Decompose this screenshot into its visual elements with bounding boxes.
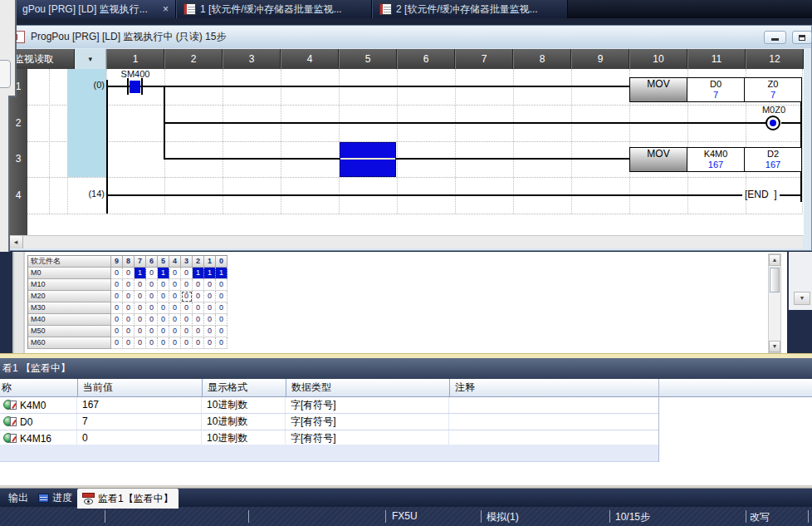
edit-cursor[interactable] [340, 142, 396, 177]
bit-cell[interactable]: 0 [216, 314, 227, 326]
watch-display-format[interactable]: 10进制数 [202, 397, 286, 413]
device-monitor-scrollbar[interactable]: ▲ ▼ [768, 253, 781, 353]
bit-cell[interactable]: 0 [158, 279, 169, 291]
tab-output[interactable]: 输出 [3, 489, 33, 507]
bit-cell[interactable]: 0 [216, 279, 227, 291]
restore-button[interactable] [792, 31, 812, 44]
bit-cell[interactable]: 0 [181, 291, 193, 302]
bit-cell[interactable]: 0 [158, 291, 169, 302]
bit-cell[interactable]: 0 [146, 291, 158, 302]
watch-current-value[interactable]: 7 [77, 414, 202, 430]
bit-cell[interactable]: 0 [111, 268, 123, 279]
bit-cell[interactable]: 0 [146, 302, 158, 314]
end-instruction[interactable]: [END ] [742, 189, 780, 200]
bit-cell[interactable]: 0 [135, 326, 146, 337]
instruction-mov-1[interactable]: MOV D0 7 Z0 7 [629, 77, 802, 102]
bit-cell[interactable]: 0 [181, 279, 193, 291]
bit-cell[interactable]: 0 [193, 279, 204, 291]
bit-cell[interactable]: 0 [146, 314, 158, 326]
bit-cell[interactable]: 0 [204, 302, 216, 314]
bit-cell[interactable]: 0 [123, 314, 135, 326]
scroll-left-button[interactable]: ◂ [9, 236, 23, 248]
watch-current-value[interactable]: 167 [77, 397, 202, 413]
bit-cell[interactable]: 0 [146, 268, 158, 279]
bit-cell[interactable]: 0 [135, 302, 146, 314]
watch-data-type[interactable]: 字[有符号] [286, 414, 449, 430]
bit-cell[interactable]: 0 [169, 302, 181, 314]
watch-comment[interactable] [449, 414, 658, 430]
bit-cell[interactable]: 0 [204, 279, 216, 291]
bit-cell[interactable]: 0 [204, 291, 216, 302]
column-header-data-type[interactable]: 数据类型 [286, 379, 449, 396]
bit-cell[interactable]: 0 [123, 302, 135, 314]
bit-cell[interactable]: 0 [181, 302, 193, 314]
bit-cell[interactable]: 0 [169, 326, 181, 337]
tab-device-monitor-1[interactable]: 1 [软元件/缓冲存储器批量监视... [176, 0, 372, 18]
bit-cell[interactable]: 0 [216, 302, 227, 314]
bit-cell[interactable]: 0 [135, 279, 146, 291]
bit-cell[interactable]: 0 [111, 314, 123, 326]
bit-cell[interactable]: 0 [181, 337, 193, 349]
bit-cell[interactable]: 0 [123, 268, 135, 279]
bit-cell[interactable]: 0 [111, 337, 123, 349]
bit-cell[interactable]: 0 [169, 279, 181, 291]
bit-cell[interactable]: 0 [204, 326, 216, 337]
bit-cell[interactable]: 0 [158, 337, 169, 349]
bit-cell[interactable]: 0 [204, 337, 216, 349]
tab-ladder-progpou[interactable]: gPou [PRG] [LD] 监视执行... × [15, 0, 176, 18]
tab-watch1[interactable]: 监看1【监看中】 [77, 489, 179, 509]
bit-cell[interactable]: 0 [111, 279, 123, 291]
bit-cell[interactable]: 0 [216, 337, 227, 349]
bit-cell[interactable]: 0 [193, 337, 204, 349]
tab-device-monitor-2[interactable]: 2 [软元件/缓冲存储器批量监视... [372, 0, 568, 18]
column-header-display-format[interactable]: 显示格式 [202, 379, 286, 396]
watch-panel-title[interactable]: 看1 【监看中】 [0, 358, 812, 379]
ladder-canvas[interactable]: 1234 (0) (14) SM400 MOV D0 7 [8, 69, 804, 235]
contact-sm400[interactable] [127, 78, 129, 95]
bit-cell[interactable]: 0 [123, 337, 135, 349]
close-icon[interactable]: × [163, 3, 169, 15]
bit-cell[interactable]: 0 [158, 314, 169, 326]
bit-cell[interactable]: 1 [158, 268, 169, 279]
bit-cell[interactable]: 0 [193, 326, 204, 337]
bit-cell[interactable]: 0 [169, 314, 181, 326]
bit-cell[interactable]: 0 [216, 326, 227, 337]
scroll-up-button[interactable]: ▲ [769, 254, 780, 266]
bit-cell[interactable]: 0 [111, 302, 123, 314]
bit-cell[interactable]: 1 [193, 268, 204, 279]
bit-cell[interactable]: 0 [158, 302, 169, 314]
minimize-button[interactable] [764, 31, 786, 44]
device-monitor-table[interactable]: 软元件名9876543210M00010100111M100000000000M… [27, 255, 227, 349]
watch-comment[interactable] [449, 397, 658, 413]
bit-cell[interactable]: 0 [193, 302, 204, 314]
bit-cell[interactable]: 0 [146, 279, 158, 291]
scroll-down-button[interactable]: ▼ [769, 341, 780, 352]
bit-cell[interactable]: 0 [181, 314, 193, 326]
watch-empty-row[interactable] [0, 445, 658, 462]
coil-m0z0[interactable] [766, 116, 780, 130]
bit-cell[interactable]: 0 [111, 326, 123, 337]
bit-cell[interactable]: 0 [123, 291, 135, 302]
column-header-current-value[interactable]: 当前值 [77, 379, 202, 396]
bit-cell[interactable]: 1 [204, 268, 216, 279]
bit-cell[interactable]: 0 [123, 279, 135, 291]
bit-cell[interactable]: 0 [146, 337, 158, 349]
bit-cell[interactable]: 0 [123, 326, 135, 337]
bit-cell[interactable]: 0 [193, 291, 204, 302]
bit-cell[interactable]: 0 [216, 291, 227, 302]
bit-cell[interactable]: 0 [135, 291, 146, 302]
bit-cell[interactable]: 0 [169, 268, 181, 279]
watch-row[interactable]: D0710进制数字[有符号] [0, 414, 658, 430]
bit-cell[interactable]: 0 [193, 314, 204, 326]
bit-cell[interactable]: 0 [135, 314, 146, 326]
watch-data-type[interactable]: 字[有符号] [286, 397, 449, 413]
bit-cell[interactable]: 0 [181, 326, 193, 337]
watch-display-format[interactable]: 10进制数 [202, 414, 286, 430]
scrollbar-thumb[interactable] [770, 268, 780, 292]
bit-cell[interactable]: 0 [135, 337, 146, 349]
bit-cell[interactable]: 0 [204, 314, 216, 326]
bit-cell[interactable]: 1 [216, 268, 227, 279]
instruction-mov-2[interactable]: MOV K4M0 167 D2 167 [629, 147, 802, 172]
bit-cell[interactable]: 1 [135, 268, 146, 279]
grid-header-dropdown[interactable]: ▾ [75, 49, 106, 69]
